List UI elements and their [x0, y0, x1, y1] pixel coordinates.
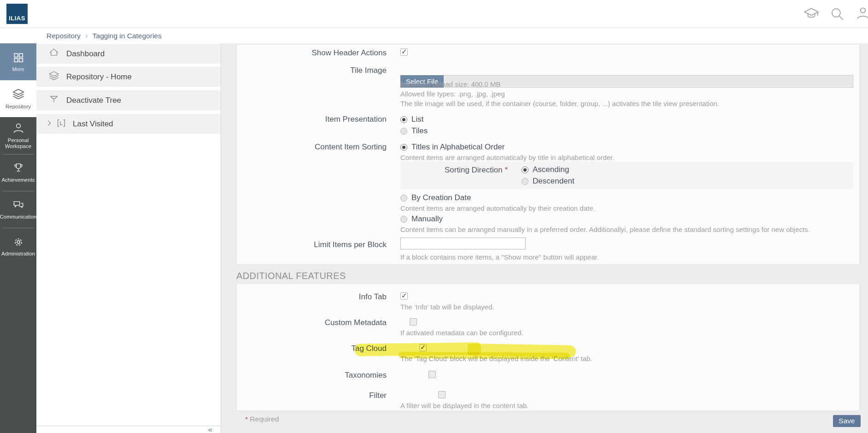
required-asterisk: * [504, 166, 508, 174]
breadcrumb-link-repository[interactable]: Repository [47, 32, 81, 40]
custom-metadata-checkbox[interactable] [410, 318, 417, 326]
field-label-item-presentation: Item Presentation [237, 115, 387, 124]
taxonomies-checkbox[interactable] [428, 371, 436, 378]
subnav-footer: « [36, 426, 221, 433]
required-note: * Required [245, 415, 279, 423]
field-label-content-item-sorting: Content Item Sorting [237, 142, 387, 152]
field-label-show-header-actions: Show Header Actions [237, 48, 387, 58]
field-label-taxonomies: Taxonomies [237, 371, 387, 380]
option-label: Manually [411, 214, 443, 224]
field-label-tag-cloud: Tag Cloud [237, 344, 387, 353]
section-title-additional-features: ADDITIONAL FEATURES [236, 271, 346, 281]
sidebar-item-label: Personal Workspace [0, 137, 36, 149]
gear-icon [12, 236, 25, 249]
subnav-item-label: Dashboard [66, 49, 105, 59]
secondary-nav-panel: Dashboard Repository - Home Deactivate T… [36, 43, 221, 433]
last-visited-icon [56, 118, 66, 130]
main-content: Show Header Actions Tile Image Select Fi… [221, 43, 868, 433]
radio-descendent[interactable] [522, 178, 528, 185]
sorting-direction-option-descendent[interactable]: Descendent [522, 177, 575, 186]
sidebar-item-more[interactable]: More [0, 43, 36, 80]
search-icon[interactable] [829, 6, 845, 22]
option-label: By Creation Date [411, 193, 471, 202]
option-label: Titles in Alphabetical Order [411, 142, 505, 152]
collapse-panel-icon[interactable]: « [208, 425, 212, 433]
sorting-option-by-creation-date[interactable]: By Creation Date [400, 193, 471, 202]
user-icon[interactable] [855, 6, 868, 22]
subnav-item-label: Last Visited [73, 119, 113, 129]
limit-items-byline: If a block contains more items, a "Show … [400, 253, 599, 261]
tile-image-byline: Allowed file types: .png, .jpg, .jpeg [400, 90, 505, 98]
home-icon [48, 47, 60, 61]
breadcrumb-current-page: Tagging in Categories [93, 32, 162, 40]
filter-checkbox[interactable] [438, 391, 446, 398]
tile-image-byline: Maximum upload size: 400.0 MB [400, 80, 501, 88]
sidebar-item-label: Communication [0, 214, 38, 220]
radio-ascending[interactable] [522, 166, 528, 173]
grid-icon [12, 51, 25, 64]
sorting-option-manually[interactable]: Manually [400, 214, 443, 224]
subnav-item-dashboard[interactable]: Dashboard [36, 44, 221, 64]
item-presentation-option-list[interactable]: List [400, 115, 423, 124]
breadcrumb-separator-icon: › [85, 31, 88, 41]
sidebar-item-label: Administration [0, 251, 36, 257]
form-section-additional-features: Info Tab The ‘Info’ tab will be displaye… [236, 284, 860, 411]
option-label: Descendent [533, 177, 575, 186]
form-section-general: Show Header Actions Tile Image Select Fi… [236, 44, 860, 265]
field-label-tile-image: Tile Image [237, 66, 387, 75]
info-tab-byline: The ‘Info’ tab will be displayed. [400, 303, 494, 311]
sorting-manually-byline: Content items can be arranged manually i… [400, 225, 810, 233]
sidebar-item-achievements[interactable]: Achievements [0, 154, 36, 191]
field-label-sorting-direction: Sorting Direction * [400, 166, 508, 175]
filter-byline: A filter will be displayed in the conten… [400, 402, 529, 409]
radio-manually[interactable] [400, 216, 407, 223]
chat-bubbles-icon [12, 199, 25, 212]
tag-cloud-checkbox[interactable] [419, 344, 427, 351]
breadcrumb-bar: Repository › Tagging in Categories [0, 28, 868, 43]
signpost-icon [48, 94, 60, 107]
subnav-item-label: Deactivate Tree [66, 96, 121, 105]
radio-list[interactable] [400, 116, 407, 123]
field-label-limit-items: Limit Items per Block [237, 240, 387, 249]
sorting-option-alphabetical[interactable]: Titles in Alphabetical Order [400, 142, 505, 152]
sidebar-item-communication[interactable]: Communication [0, 191, 36, 228]
radio-tiles[interactable] [400, 128, 407, 135]
chevron-right-icon[interactable] [46, 120, 53, 128]
top-header: ILIAS [0, 0, 868, 28]
sidebar-item-label: More [11, 66, 25, 72]
subnav-item-last-visited[interactable]: Last Visited [36, 114, 221, 134]
field-label-info-tab: Info Tab [237, 292, 387, 302]
custom-metadata-byline: If activated metadata can be configured. [400, 329, 523, 337]
person-icon [12, 122, 25, 135]
option-label: Tiles [411, 126, 428, 136]
sidebar-item-administration[interactable]: Administration [0, 228, 36, 265]
sorting-direction-option-ascending[interactable]: Ascending [522, 165, 569, 174]
subnav-item-label: Repository - Home [66, 72, 132, 82]
trophy-icon [12, 162, 25, 175]
sorting-direction-subpanel: Sorting Direction * Ascending Descendent [400, 162, 853, 190]
layers-icon [12, 88, 25, 101]
sidebar-item-personal-workspace[interactable]: Personal Workspace [0, 117, 36, 154]
item-presentation-option-tiles[interactable]: Tiles [400, 126, 428, 136]
field-label-custom-metadata: Custom Metadata [237, 318, 387, 327]
option-label: List [411, 115, 423, 124]
required-asterisk: * [245, 415, 248, 423]
main-sidebar: More Repository Personal Workspace Achie… [0, 43, 36, 433]
sidebar-item-label: Achievements [0, 177, 36, 183]
sorting-alphabetical-byline: Content items are arranged automatically… [400, 154, 614, 161]
sidebar-item-repository[interactable]: Repository [0, 80, 36, 117]
graduation-cap-icon[interactable] [803, 6, 819, 22]
sorting-creation-byline: Content items are arranged automatically… [400, 204, 595, 212]
save-button[interactable]: Save [833, 415, 861, 427]
subnav-item-repository-home[interactable]: Repository - Home [36, 67, 221, 87]
limit-items-input[interactable] [400, 237, 526, 249]
radio-alphabetical[interactable] [400, 144, 407, 151]
tile-image-byline: The tile image will be used, if the cont… [400, 100, 719, 107]
show-header-actions-checkbox[interactable] [400, 48, 408, 56]
option-label: Ascending [533, 165, 569, 174]
info-tab-checkbox[interactable] [400, 292, 408, 300]
subnav-item-deactivate-tree[interactable]: Deactivate Tree [36, 90, 221, 110]
tag-cloud-byline: The ‘Tag Cloud’ block will be displayed … [400, 355, 592, 362]
ilias-logo[interactable]: ILIAS [6, 4, 28, 24]
radio-by-creation-date[interactable] [400, 195, 407, 202]
